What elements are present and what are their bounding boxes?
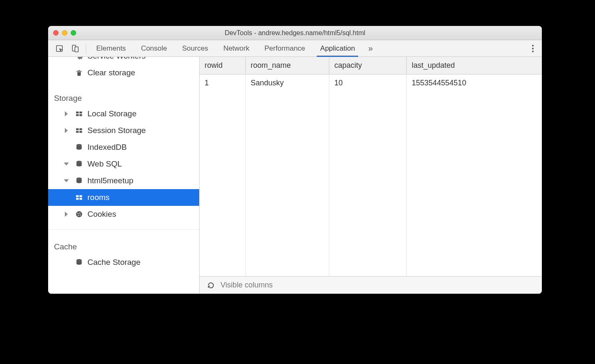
cookie-icon <box>75 210 83 218</box>
traffic-lights <box>53 30 76 36</box>
tab-elements[interactable]: Elements <box>89 40 133 56</box>
svg-rect-13 <box>80 131 82 133</box>
close-icon[interactable] <box>53 30 59 36</box>
sidebar-item-service-workers[interactable]: Service Workers <box>48 57 199 64</box>
svg-point-14 <box>77 144 82 146</box>
devtools-window: DevTools - andrew.hedges.name/html5/sql.… <box>48 26 542 294</box>
tab-network[interactable]: Network <box>216 40 257 56</box>
grid-icon <box>75 193 83 202</box>
window-title: DevTools - andrew.hedges.name/html5/sql.… <box>53 29 537 37</box>
svg-point-3 <box>532 45 533 46</box>
svg-point-16 <box>77 177 82 179</box>
column-header-room-name[interactable]: room_name <box>246 57 329 74</box>
sidebar-item-label: Session Storage <box>87 126 146 135</box>
sidebar-item-cookies[interactable]: Cookies <box>48 206 199 223</box>
tabstrip: Elements Console Sources Network Perform… <box>48 40 542 57</box>
tab-label: Performance <box>264 44 305 53</box>
sidebar-item-web-sql[interactable]: Web SQL <box>48 156 199 172</box>
svg-rect-6 <box>76 112 79 114</box>
database-icon <box>75 160 83 168</box>
chevron-down-icon <box>64 163 69 166</box>
gear-icon <box>75 57 83 60</box>
sidebar-item-label: html5meetup <box>87 176 133 185</box>
sidebar-item-cache-storage[interactable]: Cache Storage <box>48 254 199 271</box>
column-header-label: rowid <box>205 61 223 70</box>
svg-rect-19 <box>76 198 79 200</box>
device-icon[interactable] <box>69 42 82 55</box>
tab-label: Application <box>320 44 355 53</box>
tab-performance[interactable]: Performance <box>257 40 313 56</box>
sidebar-item-local-storage[interactable]: Local Storage <box>48 105 199 122</box>
svg-rect-17 <box>76 195 79 197</box>
sidebar-item-label: Clear storage <box>87 68 135 77</box>
sidebar-item-label: IndexedDB <box>87 143 127 152</box>
tab-sources[interactable]: Sources <box>174 40 215 56</box>
svg-point-23 <box>80 213 80 213</box>
footer-toolbar <box>200 276 542 294</box>
svg-point-24 <box>78 215 79 216</box>
column-header-rowid[interactable]: rowid <box>200 57 246 74</box>
table-header: rowid room_name capacity last_updated <box>200 57 542 74</box>
cell-value: Sandusky <box>251 79 284 87</box>
chevron-right-icon <box>65 128 68 133</box>
sidebar-section-cache: Cache <box>48 229 199 254</box>
column-header-label: capacity <box>334 61 362 70</box>
table-cell[interactable]: Sandusky <box>246 74 329 276</box>
sidebar-item-label: Web SQL <box>87 159 122 169</box>
svg-rect-20 <box>80 198 82 200</box>
window-body: Service Workers Clear storage Storage Lo… <box>48 57 542 294</box>
column-header-last-updated[interactable]: last_updated <box>407 57 542 74</box>
kebab-icon[interactable] <box>527 44 539 53</box>
svg-rect-10 <box>76 128 79 131</box>
sidebar-section-storage: Storage <box>48 81 199 105</box>
sidebar-item-database[interactable]: html5meetup <box>48 172 199 189</box>
table-cell[interactable]: 1553544554510 <box>407 74 542 276</box>
svg-rect-11 <box>80 128 82 131</box>
visible-columns-input[interactable] <box>221 279 535 291</box>
inspect-icon[interactable] <box>53 42 66 55</box>
sidebar-item-session-storage[interactable]: Session Storage <box>48 122 199 139</box>
sidebar: Service Workers Clear storage Storage Lo… <box>48 57 200 294</box>
table-cell[interactable]: 10 <box>329 74 407 276</box>
sidebar-item-label: Cache Storage <box>87 258 141 267</box>
sidebar-tree: Service Workers Clear storage Storage Lo… <box>48 57 199 271</box>
sidebar-item-label: Service Workers <box>87 57 146 61</box>
cell-value: 1 <box>205 79 209 87</box>
tab-label: Sources <box>182 44 208 53</box>
refresh-icon[interactable] <box>206 281 215 290</box>
zoom-icon[interactable] <box>71 30 76 36</box>
svg-point-26 <box>77 259 82 261</box>
sidebar-item-indexeddb[interactable]: IndexedDB <box>48 139 199 156</box>
svg-point-21 <box>76 211 82 217</box>
column-header-capacity[interactable]: capacity <box>329 57 407 74</box>
database-icon <box>75 143 83 151</box>
cell-value: 10 <box>334 79 343 87</box>
svg-rect-9 <box>80 114 82 116</box>
column-header-label: last_updated <box>412 61 455 70</box>
svg-point-15 <box>77 161 82 163</box>
tab-label: Network <box>223 44 249 53</box>
svg-rect-7 <box>80 112 82 114</box>
titlebar[interactable]: DevTools - andrew.hedges.name/html5/sql.… <box>48 26 542 40</box>
svg-point-25 <box>80 215 81 215</box>
column-header-label: room_name <box>251 61 291 70</box>
main-panel: rowid room_name capacity last_updated 1 … <box>200 57 542 294</box>
chevron-down-icon <box>64 179 69 182</box>
tab-label: Elements <box>96 44 126 53</box>
tab-console[interactable]: Console <box>133 40 174 56</box>
cell-value: 1553544554510 <box>412 79 466 87</box>
tab-label: Console <box>141 44 167 53</box>
table-body: 1 Sandusky 10 1553544554510 <box>200 74 542 276</box>
trash-icon <box>75 69 83 77</box>
table-cell[interactable]: 1 <box>200 74 246 276</box>
grid-icon <box>75 110 83 118</box>
sidebar-item-table[interactable]: rooms <box>48 189 199 206</box>
minimize-icon[interactable] <box>62 30 67 36</box>
svg-rect-2 <box>75 47 78 52</box>
chevron-right-icon <box>65 212 68 217</box>
svg-point-22 <box>77 213 78 214</box>
more-tabs-icon[interactable]: » <box>364 42 377 55</box>
sidebar-item-clear-storage[interactable]: Clear storage <box>48 64 199 81</box>
svg-rect-12 <box>76 131 79 133</box>
tab-application[interactable]: Application <box>313 40 362 56</box>
